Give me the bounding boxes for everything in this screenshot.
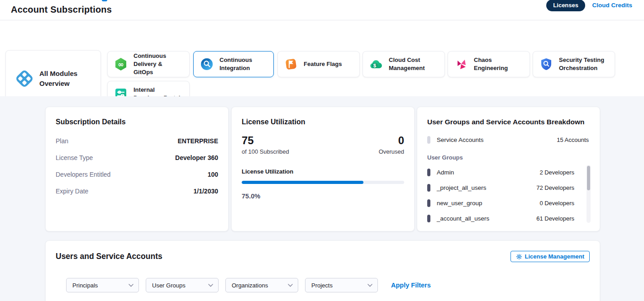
module-label: Cloud Cost Management [389, 56, 439, 72]
user-groups-heading: User Groups [427, 154, 590, 161]
chevron-down-icon [208, 284, 213, 287]
module-label: Continuous Integration [219, 56, 267, 72]
utilization-bar-track [242, 181, 404, 184]
svg-text:$: $ [373, 63, 377, 68]
utilization-bar-label: License Utilization [242, 168, 404, 175]
module-card-security-testing[interactable]: Security Testing Orchestration [533, 51, 615, 77]
service-accounts-row: Service Accounts 15 Accounts [427, 136, 590, 144]
licenses-tab-button[interactable]: Licenses [546, 0, 585, 11]
user-groups-list: Admin 2 Developers _project_all_users 72… [427, 169, 590, 222]
module-card-feature-flags[interactable]: Feature Flags [277, 51, 360, 77]
module-card-chaos-engineering[interactable]: Chaos Engineering [448, 51, 530, 77]
utilization-percent: 75.0% [242, 193, 404, 200]
groups-scrollbar[interactable] [587, 165, 591, 223]
users-service-accounts-card: Users and Service Accounts License Manag… [45, 240, 600, 301]
organizations-filter-select[interactable]: Organizations [225, 278, 298, 292]
chevron-down-icon [129, 284, 134, 287]
chevron-down-icon [367, 284, 372, 287]
clipped-tab-indicator [102, 0, 107, 1]
group-marker-icon [427, 199, 430, 207]
group-marker-icon [427, 215, 430, 222]
utilization-bar-fill [242, 181, 363, 184]
page-title: Account Subscriptions [11, 5, 112, 15]
sto-shield-icon [539, 57, 553, 71]
projects-filter-select[interactable]: Projects [305, 278, 378, 292]
apply-filters-link[interactable]: Apply Filters [391, 282, 431, 289]
gear-icon [516, 254, 522, 260]
feature-flags-icon [284, 57, 298, 71]
module-strip: All Modules Overview ∞ Continuous Delive… [0, 20, 644, 96]
ci-icon [200, 57, 214, 71]
used-count: 75 [242, 134, 289, 147]
page-header: Account Subscriptions Licenses Cloud Cre… [0, 0, 644, 20]
all-modules-label: All Modules Overview [39, 69, 92, 89]
detail-row-plan: Plan ENTERPRISE [56, 137, 218, 145]
service-accounts-marker-icon [427, 136, 430, 144]
chevron-down-icon [288, 284, 293, 287]
group-marker-icon [427, 169, 430, 176]
module-card-continuous-integration[interactable]: Continuous Integration [193, 51, 274, 77]
user-groups-filter-select[interactable]: User Groups [146, 278, 219, 292]
filters-row: Principals User Groups Organizations Pro… [66, 278, 590, 292]
cd-gitops-icon: ∞ [114, 57, 128, 71]
used-caption: of 100 Subscribed [242, 148, 289, 155]
user-group-row: _project_all_users 72 Developers [427, 184, 574, 192]
module-label: Feature Flags [304, 60, 342, 68]
utilization-numbers: 75 of 100 Subscribed 0 Overused [242, 134, 404, 155]
module-card-cloud-cost[interactable]: $ Cloud Cost Management [363, 51, 445, 77]
cloud-credits-link[interactable]: Cloud Credits [592, 2, 632, 9]
group-marker-icon [427, 184, 430, 192]
principals-filter-select[interactable]: Principals [66, 278, 139, 292]
license-utilization-card: License Utilization 75 of 100 Subscribed… [231, 107, 415, 231]
detail-row-developers-entitled: Developers Entitled 100 [56, 171, 218, 178]
user-group-row: Admin 2 Developers [427, 169, 574, 176]
detail-row-expiry-date: Expiry Date 1/1/2030 [56, 188, 218, 195]
license-utilization-title: License Utilization [242, 118, 404, 126]
overused-count: 0 [379, 134, 404, 147]
breakdown-title: User Groups and Service Accounts Breakdo… [427, 118, 590, 126]
module-label: Security Testing Orchestration [559, 56, 609, 72]
user-group-row: new_user_group 0 Developers [427, 199, 574, 207]
groups-scrollbar-thumb[interactable] [587, 166, 590, 190]
overused-caption: Overused [379, 148, 404, 155]
users-section-title: Users and Service Accounts [56, 252, 162, 261]
module-label: Continuous Delivery & GitOps [134, 52, 183, 76]
chaos-icon [454, 57, 468, 71]
subscription-details-title: Subscription Details [56, 118, 218, 126]
module-label: Chaos Engineering [474, 56, 524, 72]
user-group-row: _account_all_users 61 Developers [427, 215, 574, 222]
subscription-details-card: Subscription Details Plan ENTERPRISE Lic… [45, 107, 229, 231]
all-modules-icon [14, 68, 35, 89]
license-management-button[interactable]: License Management [510, 251, 590, 262]
cloud-cost-icon: $ [369, 57, 383, 71]
detail-row-license-type: License Type Developer 360 [56, 154, 218, 161]
breakdown-card: User Groups and Service Accounts Breakdo… [417, 107, 600, 231]
svg-text:∞: ∞ [118, 60, 124, 69]
module-card-continuous-delivery[interactable]: ∞ Continuous Delivery & GitOps [107, 51, 190, 77]
